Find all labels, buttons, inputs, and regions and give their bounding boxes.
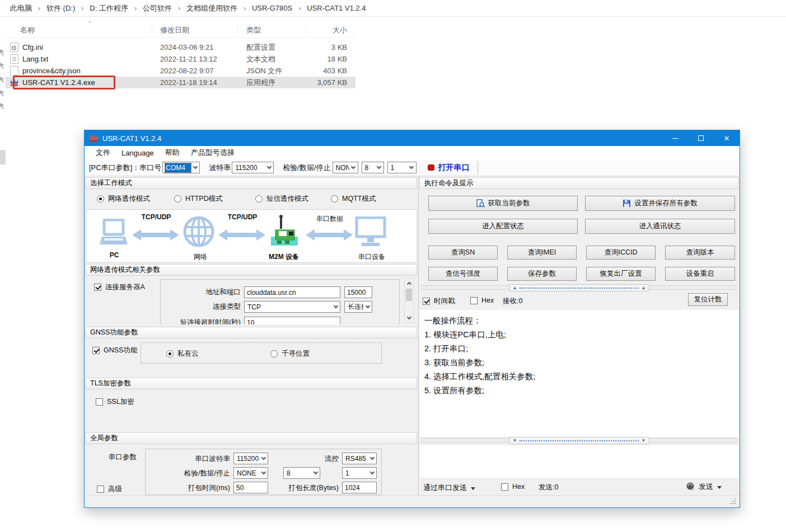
- radio-net-passthrough[interactable]: 网络透传模式: [97, 194, 150, 204]
- breadcrumb-drive-d[interactable]: 软件 (D:): [45, 3, 76, 13]
- maximize-button[interactable]: [688, 130, 714, 146]
- serial-baud-select[interactable]: 115200: [233, 453, 268, 464]
- query-sn-button[interactable]: 查询SN: [428, 246, 498, 260]
- save-params-button[interactable]: 保存参数: [507, 267, 577, 281]
- timestamp-checkbox[interactable]: 时间戳: [423, 296, 455, 306]
- collapse-up-icon[interactable]: ▲: [513, 286, 517, 290]
- menu-language[interactable]: Language: [116, 149, 160, 157]
- flow-control-select[interactable]: RS485: [342, 453, 377, 464]
- query-iccid-button[interactable]: 查询ICCID: [586, 246, 656, 260]
- hex-recv-checkbox[interactable]: Hex: [470, 296, 494, 304]
- file-row[interactable]: province&city.json 2022-08-22 9:07 JSON …: [6, 65, 355, 77]
- radio-mqtt-mode[interactable]: MQTT模式: [331, 194, 376, 204]
- enter-comm-state-button[interactable]: 进入通讯状态: [585, 219, 735, 234]
- radio-sms-passthrough[interactable]: 短信透传模式: [255, 194, 308, 204]
- advanced-checkbox[interactable]: 高级: [97, 484, 122, 494]
- connect-server-a-checkbox[interactable]: 连接服务器A: [94, 283, 145, 292]
- scroll-up-icon[interactable]: [405, 279, 413, 288]
- keepalive-select[interactable]: 长连接: [344, 301, 372, 313]
- checkbox-icon[interactable]: [94, 284, 101, 291]
- chevron-down-icon[interactable]: [331, 302, 340, 312]
- get-params-button[interactable]: 获取当前参数: [428, 196, 578, 211]
- file-row-selected[interactable]: USR-CAT1 V1.2.4.exe 2022-11-18 19:14 应用程…: [6, 77, 355, 88]
- factory-reset-button[interactable]: 恢复出厂设置: [586, 267, 656, 281]
- close-button[interactable]: ✕: [714, 130, 740, 146]
- baud-select[interactable]: 115200: [232, 162, 274, 173]
- radio-icon[interactable]: [97, 195, 104, 203]
- breadcrumb-usr-cat1[interactable]: USR-CAT1 V1.2.4: [306, 4, 367, 12]
- chevron-down-icon[interactable]: [265, 162, 273, 173]
- title-bar[interactable]: USR-CAT1 V1.2.4 ✕: [85, 130, 740, 146]
- menu-file[interactable]: 文件: [90, 148, 116, 158]
- set-save-all-button[interactable]: 设置并保存所有参数: [585, 196, 735, 211]
- radio-icon[interactable]: [174, 195, 181, 203]
- file-row[interactable]: Lang.txt 2022-11-21 13:12 文本文档 18 KB: [6, 53, 355, 65]
- scroll-down-icon[interactable]: [405, 313, 413, 322]
- hex-send-checkbox[interactable]: Hex: [501, 483, 525, 491]
- resize-grip[interactable]: [734, 503, 736, 504]
- qianxun-radio[interactable]: 千寻位置: [270, 349, 310, 359]
- file-row[interactable]: Cfg.ini 2024-03-06 9:21 配置设置 3 KB: [6, 41, 355, 53]
- breadcrumb-docs-folder[interactable]: 文档组使用软件: [185, 3, 238, 13]
- radio-icon[interactable]: [166, 350, 174, 357]
- open-serial-button[interactable]: 打开串口: [428, 163, 470, 173]
- radio-icon[interactable]: [270, 350, 278, 357]
- query-version-button[interactable]: 查询版本: [665, 246, 735, 260]
- databits-select[interactable]: 8: [362, 162, 384, 173]
- net-params-scrollbar[interactable]: [404, 278, 414, 323]
- chevron-down-icon[interactable]: [375, 162, 383, 173]
- global-databits-select[interactable]: 8: [283, 467, 320, 479]
- radio-httpd-mode[interactable]: HTTPD模式: [174, 194, 223, 204]
- com-port-select[interactable]: COM4: [162, 162, 200, 173]
- send-input-area[interactable]: [420, 445, 739, 478]
- collapse-down-icon[interactable]: ▼: [513, 439, 517, 443]
- reset-counter-button[interactable]: 复位计数: [688, 293, 728, 306]
- minimize-button[interactable]: [662, 130, 688, 146]
- checkbox-icon[interactable]: [97, 486, 104, 493]
- menu-product-model[interactable]: 产品型号选择: [185, 148, 240, 158]
- splitter-bottom[interactable]: ▼▼: [420, 438, 738, 442]
- send-button[interactable]: 发送: [686, 482, 722, 492]
- column-header-date[interactable]: 修改日期: [152, 25, 238, 36]
- checkbox-icon[interactable]: [501, 483, 508, 491]
- ssl-encrypt-checkbox[interactable]: SSL加密: [96, 397, 134, 407]
- chevron-down-icon[interactable]: [408, 162, 416, 173]
- chevron-down-icon[interactable]: [349, 162, 358, 173]
- global-parity-select[interactable]: NONE: [233, 467, 268, 479]
- chevron-down-icon[interactable]: [191, 162, 199, 173]
- radio-icon[interactable]: [331, 195, 338, 203]
- server-address-input[interactable]: clouddata.usr.cn: [244, 286, 340, 298]
- send-via-serial-dropdown[interactable]: 通过串口发送: [423, 483, 475, 493]
- breadcrumb-work-folder[interactable]: D: 工作程序: [88, 3, 129, 13]
- device-reboot-button[interactable]: 设备重启: [665, 267, 735, 281]
- collapse-up-icon[interactable]: ▲: [642, 286, 646, 290]
- chevron-down-icon[interactable]: [259, 468, 268, 478]
- checkbox-icon[interactable]: [92, 347, 100, 354]
- global-stopbits-select[interactable]: 1: [342, 467, 377, 479]
- chevron-down-icon[interactable]: [368, 468, 376, 478]
- stopbits-select[interactable]: 1: [387, 162, 417, 173]
- checkbox-icon[interactable]: [470, 297, 478, 304]
- column-header-size[interactable]: 大小: [306, 25, 353, 36]
- breadcrumb-this-pc[interactable]: 此电脑: [9, 3, 33, 13]
- column-header-type[interactable]: 类型: [238, 25, 306, 36]
- short-conn-timeout-input[interactable]: 10: [244, 317, 340, 324]
- chevron-down-icon[interactable]: [311, 468, 320, 478]
- chevron-down-icon[interactable]: [259, 453, 268, 464]
- checkbox-icon[interactable]: [96, 398, 103, 406]
- parity-select[interactable]: NONI: [333, 162, 358, 173]
- column-header-name[interactable]: 名称: [6, 25, 152, 36]
- query-signal-button[interactable]: 查信号强度: [428, 267, 498, 281]
- server-port-input[interactable]: 15000: [344, 286, 372, 298]
- receive-log[interactable]: 一般操作流程： 1. 模块连PC串口,上电; 2. 打开串口; 3. 获取当前参…: [420, 310, 739, 437]
- pack-length-input[interactable]: 1024: [342, 482, 377, 493]
- radio-icon[interactable]: [255, 195, 263, 203]
- splitter-top[interactable]: ▲▲: [420, 285, 738, 290]
- breadcrumb-company-folder[interactable]: 公司软件: [142, 3, 173, 13]
- private-cloud-radio[interactable]: 私有云: [166, 349, 199, 359]
- conn-type-select[interactable]: TCP: [244, 301, 340, 313]
- pack-time-input[interactable]: 50: [233, 482, 268, 493]
- chevron-down-icon[interactable]: [368, 453, 376, 464]
- chevron-down-icon[interactable]: [363, 302, 372, 312]
- enter-config-state-button[interactable]: 进入配置状态: [428, 219, 578, 234]
